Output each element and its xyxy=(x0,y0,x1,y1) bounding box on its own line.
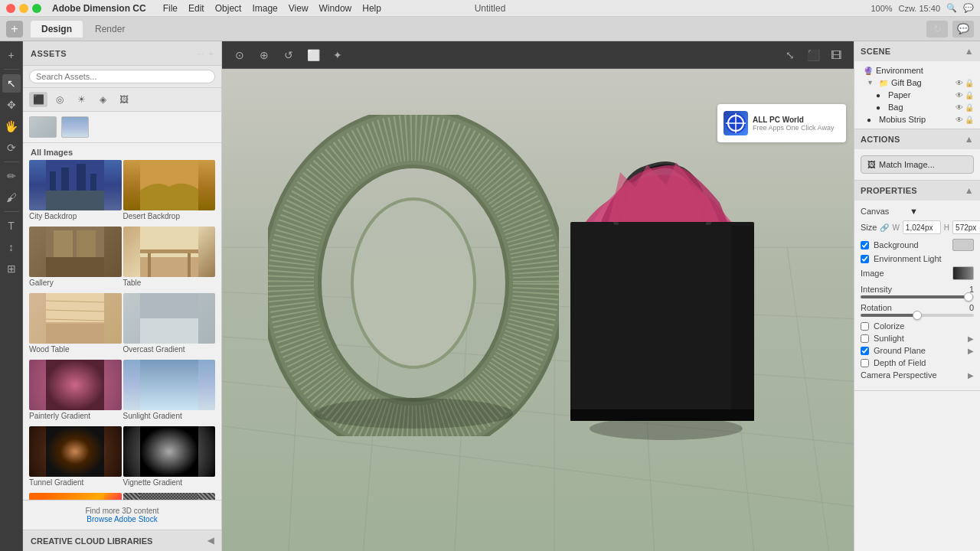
add-object-btn[interactable]: ⊕ xyxy=(254,47,274,64)
tab-design[interactable]: Design xyxy=(31,21,83,37)
menu-image[interactable]: Image xyxy=(252,3,277,14)
scene-collapse-btn[interactable]: ▲ xyxy=(965,46,974,57)
ground-plane-expand-icon[interactable]: ▶ xyxy=(968,347,974,355)
menu-help[interactable]: Help xyxy=(362,3,381,14)
search-input[interactable] xyxy=(29,70,215,83)
maximize-button[interactable] xyxy=(32,4,41,13)
mobius-visibility-icon[interactable]: 👁 xyxy=(956,116,963,124)
image-item-gallery[interactable]: Gallery xyxy=(29,227,122,292)
height-input[interactable] xyxy=(952,220,980,234)
image-item-tunnel-gradient[interactable]: Tunnel Gradient xyxy=(29,426,122,491)
visibility-icon[interactable]: 👁 xyxy=(956,79,963,87)
image-item-metallic-texture[interactable]: Metallic Texture xyxy=(123,493,216,500)
menu-edit[interactable]: Edit xyxy=(188,3,204,14)
image-item-desert-backdrop[interactable]: Desert Backdrop xyxy=(123,160,216,225)
draw-tool-icon[interactable]: ✏ xyxy=(2,167,21,185)
image-item-painterly-gradient[interactable]: Painterly Gradient xyxy=(29,360,122,425)
effects-btn[interactable]: ✦ xyxy=(328,47,348,64)
frame-btn[interactable]: ⬜ xyxy=(303,47,323,64)
properties-collapse-btn[interactable]: ▲ xyxy=(965,185,974,196)
filter-3d-icon[interactable]: ◎ xyxy=(51,92,69,107)
film-strip-btn[interactable]: 🎞 xyxy=(826,47,846,64)
preview-thumb-2[interactable] xyxy=(61,116,89,138)
image-item-table[interactable]: Table xyxy=(123,227,216,292)
preview-thumb-1[interactable] xyxy=(29,116,57,138)
depth-of-field-checkbox[interactable] xyxy=(861,359,869,367)
colorize-checkbox[interactable] xyxy=(861,322,869,331)
filter-all-icon[interactable]: ⬛ xyxy=(29,92,47,107)
rotation-slider-track[interactable] xyxy=(861,314,974,317)
bag-lock-icon[interactable]: 🔒 xyxy=(965,103,974,112)
scene-item-environment[interactable]: 🔮 Environment xyxy=(854,64,980,77)
orbit-tool-icon[interactable]: ⟳ xyxy=(2,139,21,157)
measure-tool-icon[interactable]: ↕ xyxy=(2,238,21,256)
fullscreen-btn[interactable]: ⤡ xyxy=(780,47,800,64)
filter-light-icon[interactable]: ☀ xyxy=(72,92,90,107)
canvas-collapse[interactable]: ▼ xyxy=(910,207,918,216)
sunlight-expand-icon[interactable]: ▶ xyxy=(968,334,974,343)
camera-perspective-expand-icon[interactable]: ▶ xyxy=(968,371,974,380)
image-item-overcast-gradient[interactable]: Overcast Gradient xyxy=(123,293,216,358)
intensity-thumb[interactable] xyxy=(964,292,973,302)
select-tool-icon[interactable]: ↖ xyxy=(2,74,21,93)
add-tool-icon[interactable]: + xyxy=(2,46,21,64)
assets-add-icon[interactable]: + xyxy=(209,49,214,58)
paper-visibility-icon[interactable]: 👁 xyxy=(956,91,963,99)
image-thumb-swatch[interactable] xyxy=(952,266,974,280)
scene-item-gift-bag[interactable]: ▼ 📁 Gift Bag 👁 🔒 xyxy=(854,77,980,89)
scene-item-mobius[interactable]: ● Mobius Strip 👁 🔒 xyxy=(854,113,980,126)
sync-icon[interactable]: ↻ xyxy=(926,21,948,37)
mobius-lock-icon[interactable]: 🔒 xyxy=(965,116,974,124)
bag-visibility-icon[interactable]: 👁 xyxy=(956,103,963,112)
actions-header[interactable]: ACTIONS ▲ xyxy=(854,129,980,149)
chat-icon[interactable]: 💬 xyxy=(952,21,974,37)
scene-item-paper[interactable]: ● Paper 👁 🔒 xyxy=(854,89,980,101)
image-item-brand-logo[interactable]: Brand Logo xyxy=(29,493,122,500)
reset-view-btn[interactable]: ⊙ xyxy=(230,47,250,64)
ground-plane-checkbox[interactable] xyxy=(861,347,869,355)
close-button[interactable] xyxy=(6,4,15,13)
split-view-btn[interactable]: ⬛ xyxy=(803,47,823,64)
match-image-button[interactable]: 🖼 Match Image... xyxy=(861,155,974,174)
menu-view[interactable]: View xyxy=(289,3,309,14)
search-icon[interactable]: 🔍 xyxy=(946,3,957,13)
lock-icon[interactable]: 🔒 xyxy=(965,79,974,87)
width-input[interactable] xyxy=(903,220,941,234)
add-tab-button[interactable]: + xyxy=(6,21,23,37)
image-item-vignette-gradient[interactable]: Vignette Gradient xyxy=(123,426,216,491)
filter-material-icon[interactable]: ◈ xyxy=(93,92,112,107)
text-tool-icon[interactable]: T xyxy=(2,217,21,235)
background-color-swatch[interactable] xyxy=(952,239,974,251)
assets-more-options[interactable]: ··· xyxy=(197,49,204,58)
cc-libraries[interactable]: Creative Cloud Libraries ◀ xyxy=(23,530,221,551)
notification-icon[interactable]: 💬 xyxy=(963,3,974,13)
filter-image-icon[interactable]: 🖼 xyxy=(115,92,133,107)
rotate-btn[interactable]: ↺ xyxy=(279,47,299,64)
environment-light-checkbox[interactable] xyxy=(861,255,869,263)
tab-render[interactable]: Render xyxy=(84,21,136,37)
rotation-thumb[interactable] xyxy=(913,311,922,320)
ad-banner[interactable]: ALL PC World Free Apps One Click Away xyxy=(717,104,846,142)
image-item-city-backdrop[interactable]: City Backdrop xyxy=(29,160,122,225)
intensity-slider-track[interactable] xyxy=(861,295,974,298)
menu-file[interactable]: File xyxy=(163,3,178,14)
browse-stock-link[interactable]: Browse Adobe Stock xyxy=(87,515,157,523)
paint-tool-icon[interactable]: 🖌 xyxy=(2,188,21,207)
scene-item-bag[interactable]: ● Bag 👁 🔒 xyxy=(854,101,980,113)
paper-lock-icon[interactable]: 🔒 xyxy=(965,91,974,99)
properties-header[interactable]: PROPERTIES ▲ xyxy=(854,181,980,201)
menu-window[interactable]: Window xyxy=(319,3,352,14)
scene-canvas[interactable]: ALL PC World Free Apps One Click Away xyxy=(222,69,854,551)
sunlight-checkbox[interactable] xyxy=(861,334,869,343)
menu-object[interactable]: Object xyxy=(215,3,242,14)
image-item-sunlight-gradient[interactable]: Sunlight Gradient xyxy=(123,360,216,425)
actions-collapse-btn[interactable]: ▲ xyxy=(965,134,974,145)
ad-text-block: ALL PC World Free Apps One Click Away xyxy=(753,116,834,132)
pan-tool-icon[interactable]: 🖐 xyxy=(2,117,21,135)
move-tool-icon[interactable]: ✥ xyxy=(2,96,21,114)
scene-section-header[interactable]: SCENE ▲ xyxy=(854,41,980,61)
minimize-button[interactable] xyxy=(19,4,28,13)
image-item-wood-table[interactable]: Wood Table xyxy=(29,293,122,358)
background-checkbox[interactable] xyxy=(861,241,869,249)
anchor-tool-icon[interactable]: ⊞ xyxy=(2,259,21,278)
